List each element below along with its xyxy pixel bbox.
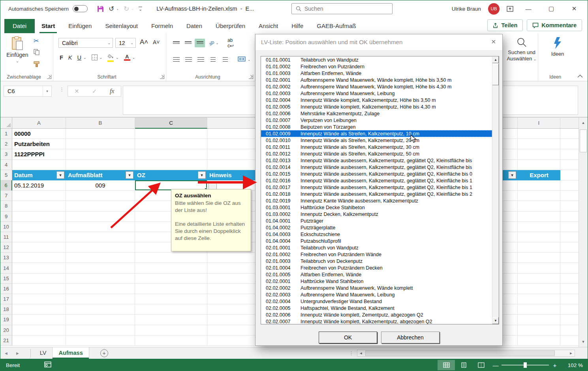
grid-cell[interactable] [66, 274, 135, 284]
lv-item-01.02.0003[interactable]: 01.02.0003Aufbrennsperre Wand Mauerwerk,… [261, 90, 492, 97]
lv-item-01.02.0007[interactable]: 01.02.0007Verputzen von Leibungen [261, 117, 492, 124]
alignment-dialog-launcher-icon[interactable] [249, 75, 253, 79]
scroll-right-icon[interactable]: ► [567, 351, 575, 355]
lv-item-02.01.0003[interactable]: 02.01.0003Teilabbruch von Deckenputz [261, 258, 492, 264]
row-header-9[interactable]: 9 [0, 212, 12, 222]
grid-cell[interactable] [66, 263, 135, 273]
lv-item-01.02.0005[interactable]: 01.02.0005Innenputz Wände komplett, Kalk… [261, 103, 492, 110]
hinweis-checkbox[interactable] [209, 181, 217, 189]
close-button[interactable]: ✕ [566, 5, 582, 12]
lv-item-02.02.0006[interactable]: 02.02.0006Innenputz Wände komplett, Zeme… [261, 311, 492, 318]
cancel-entry-icon[interactable]: ✕ [74, 88, 79, 94]
ribbon-tab-gaeb-aufmaß[interactable]: GAEB-Aufmaß [310, 19, 363, 33]
comments-button[interactable]: Kommentare [527, 19, 582, 31]
grid-cell[interactable] [66, 232, 135, 242]
grid-cell[interactable] [66, 253, 135, 263]
row-header-1[interactable]: 1 [0, 129, 12, 139]
avatar[interactable]: UB [488, 3, 500, 15]
grid-cell[interactable] [66, 139, 135, 149]
grid-cell[interactable] [12, 315, 66, 325]
lv-item-01.02.0010[interactable]: 01.02.0010Innenputz Wände als Streifen, … [261, 137, 492, 144]
ribbon-tab-daten[interactable]: Daten [180, 19, 209, 33]
grid-cell[interactable] [12, 242, 66, 253]
grid-cell[interactable] [560, 263, 579, 273]
lv-item-01.02.0009[interactable]: 01.02.0009Innenputz Wände als Streifen, … [261, 130, 492, 137]
lv-item-01.02.0014[interactable]: 01.02.0014Innenputz Wände ausbessern, Ka… [261, 164, 492, 171]
grid-cell[interactable] [560, 315, 579, 325]
grid-cell[interactable] [560, 160, 579, 170]
cell-A2[interactable]: Putzarbeiten [12, 139, 66, 149]
dialog-close-icon[interactable]: ✕ [491, 38, 496, 45]
cut-icon[interactable]: ✂ [34, 37, 39, 45]
lv-item-02.01.0004[interactable]: 02.01.0004Freibrechen von Putzrändern De… [261, 264, 492, 271]
lv-item-01.02.0019[interactable]: 01.02.0019Innenputz Kante Wände ausbesse… [261, 197, 492, 204]
column-header-col6[interactable] [560, 118, 579, 129]
grid-cell[interactable] [12, 222, 66, 232]
autosave-toggle[interactable] [73, 5, 88, 12]
lv-item-01.04.0002[interactable]: 01.04.0002Putzträgerplatte [261, 224, 492, 231]
lv-item-01.02.0017[interactable]: 01.02.0017Innenputz Wände ausbessern, Ka… [261, 184, 492, 191]
grid-cell[interactable] [66, 160, 135, 170]
lv-item-01.02.0004[interactable]: 01.02.0004Innenputz Wände komplett, Kalk… [261, 97, 492, 103]
font-color-icon[interactable]: A [124, 54, 130, 61]
find-select-button[interactable]: Suchen und Auswählen ⌄ [505, 37, 538, 62]
row-header-16[interactable]: 16 [0, 284, 12, 294]
ribbon-display-options-icon[interactable] [507, 6, 513, 12]
borders-dropdown-icon[interactable]: ⌄ [100, 56, 103, 60]
lv-item-02.01.0001[interactable]: 02.01.0001Teilabbruch von Wandputz [261, 244, 492, 251]
grid-cell[interactable] [518, 325, 560, 335]
format-painter-icon[interactable] [34, 61, 40, 69]
cell-A6[interactable]: 05.12.2019 [12, 180, 66, 191]
ribbon-tab-ansicht[interactable]: Ansicht [252, 19, 285, 33]
lv-item-01.02.0013[interactable]: 01.02.0013Innenputz Wände ausbessern, Ka… [261, 157, 492, 164]
row-header-20[interactable]: 20 [0, 325, 12, 335]
name-box[interactable]: C6 ▾ [4, 86, 52, 97]
font-size-select[interactable]: 12⌄ [115, 38, 136, 48]
vertical-scroll-thumb[interactable] [580, 129, 587, 152]
lv-item-02.02.0003[interactable]: 02.02.0003Aufbrennsperre Wand Mauerwerk,… [261, 291, 492, 298]
bold-button[interactable]: F [60, 54, 63, 61]
lv-item-01.02.0011[interactable]: 01.02.0011Innenputz Wände als Streifen, … [261, 144, 492, 150]
sheet-tab-aufmass[interactable]: Aufmass [53, 347, 89, 359]
underline-button[interactable]: U [77, 54, 81, 61]
grid-cell[interactable] [66, 191, 135, 201]
grid-cell[interactable] [560, 274, 579, 284]
grid-cell[interactable] [135, 294, 207, 304]
increase-indent-icon[interactable] [220, 55, 230, 64]
paste-button[interactable]: Einfügen ⌄ [5, 36, 30, 73]
add-sheet-button[interactable]: + [100, 349, 108, 357]
grid-cell[interactable] [12, 304, 66, 315]
grid-cell[interactable] [135, 325, 207, 335]
grid-cell[interactable] [560, 139, 579, 149]
borders-icon[interactable] [92, 54, 98, 60]
row-header-3[interactable]: 3 [0, 149, 12, 159]
underline-dropdown-icon[interactable]: ⌄ [83, 56, 86, 60]
horizontal-scroll-thumb[interactable] [365, 350, 555, 356]
scroll-down-icon[interactable]: ▼ [579, 337, 588, 347]
column-header-B[interactable]: B [66, 118, 135, 129]
grid-cell[interactable] [518, 232, 560, 242]
align-center-icon[interactable] [183, 55, 193, 64]
align-bottom-icon[interactable] [195, 39, 205, 47]
filter-dropdown-icon-OZ[interactable]: ▾ [198, 171, 206, 179]
ribbon-tab-datei[interactable]: Datei [4, 19, 35, 33]
ribbon-tab-überprüfen[interactable]: Überprüfen [209, 19, 252, 33]
lv-item-01.02.0012[interactable]: 01.02.0012Innenputz Wände als Streifen, … [261, 150, 492, 157]
row-header-17[interactable]: 17 [0, 294, 12, 304]
horizontal-scrollbar[interactable]: ◄ ► [357, 350, 575, 357]
grid-cell[interactable] [135, 315, 207, 325]
redo-icon[interactable]: ↻ [124, 6, 129, 12]
zoom-slider[interactable] [502, 365, 549, 365]
lv-item-01.02.0016[interactable]: 01.02.0016Innenputz Wände ausbessern, Ka… [261, 177, 492, 184]
wrap-text-icon[interactable]: abc↩ [227, 37, 234, 49]
grid-cell[interactable] [12, 325, 66, 335]
fill-color-icon[interactable] [107, 53, 114, 62]
grid-cell[interactable] [135, 335, 207, 346]
orientation-icon[interactable]: ab [208, 39, 215, 47]
confirm-entry-icon[interactable]: ✓ [92, 88, 97, 94]
font-dialog-launcher-icon[interactable] [160, 75, 164, 79]
grid-cell[interactable] [12, 201, 66, 211]
grid-cell[interactable] [66, 201, 135, 211]
zoom-out-icon[interactable]: — [490, 362, 502, 369]
list-scroll-down-icon[interactable]: ▼ [492, 317, 499, 324]
